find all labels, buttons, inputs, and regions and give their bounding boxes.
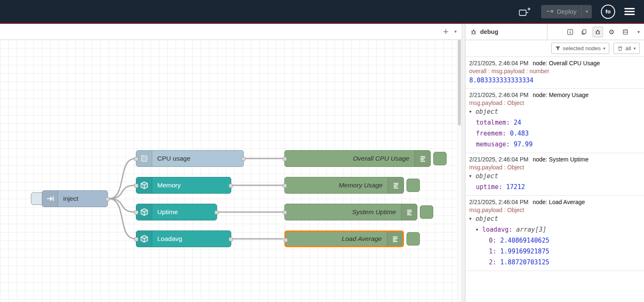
debug-message: 2/21/2025, 2:46:04 PM node: Overall CPU … <box>465 57 644 89</box>
sidebar: debug ⚙ ▾ sele <box>465 24 644 302</box>
input-port[interactable] <box>134 210 138 215</box>
object-entry: uptime:17212 <box>469 182 640 192</box>
node-debug-memory[interactable]: Memory Usage <box>284 177 404 194</box>
ai-assistant-icon[interactable] <box>519 6 532 18</box>
collapse-caret-icon: ▼ <box>469 106 473 117</box>
input-port[interactable] <box>283 210 287 215</box>
input-port[interactable] <box>283 157 287 161</box>
flow-list-caret-icon[interactable]: ▾ <box>454 29 457 34</box>
filter-nodes-label: selected nodes <box>563 45 601 51</box>
node-label: Load Average <box>286 232 387 246</box>
array-entry: 1:1.99169921875 <box>469 246 640 257</box>
workspace: + ▾ inject <box>0 24 644 302</box>
node-inject[interactable]: inject <box>42 190 108 207</box>
output-port[interactable] <box>229 237 233 241</box>
debug-list-icon <box>387 232 403 246</box>
cube-icon <box>136 231 152 247</box>
node-debug-loadavg[interactable]: Load Average <box>284 230 404 247</box>
message-source-node: node: Load Average <box>533 199 585 205</box>
message-source-node: node: Memory Usage <box>533 92 589 98</box>
trash-icon <box>618 46 623 51</box>
debug-enable-toggle[interactable] <box>406 232 420 246</box>
object-expand-toggle[interactable]: ▼ object <box>469 171 640 182</box>
context-database-icon[interactable] <box>620 27 631 37</box>
message-property-path: msg.payload : Object <box>469 207 640 213</box>
output-port[interactable] <box>229 184 233 188</box>
node-cpu-usage[interactable]: CPU usage <box>136 150 244 167</box>
array-expand-toggle[interactable]: ▼ loadavg: array[3] <box>469 224 640 235</box>
debug-toolbar: selected nodes ▾ all ▾ <box>465 40 644 57</box>
node-uptime[interactable]: Uptime <box>136 204 217 220</box>
node-debug-uptime[interactable]: System Uptime <box>284 204 417 220</box>
debug-message: 2/21/2025, 2:46:04 PM node: Load Average… <box>465 196 644 271</box>
user-avatar[interactable]: fo <box>601 5 615 19</box>
funnel-icon <box>555 46 560 51</box>
object-entry: memusage:97.99 <box>469 139 640 150</box>
debug-message-list: 2/21/2025, 2:46:04 PM node: Overall CPU … <box>465 57 644 302</box>
filter-caret-icon: ▾ <box>603 46 605 51</box>
message-number-value: 8.083333333333334 <box>469 75 640 85</box>
message-timestamp: 2/21/2025, 2:46:04 PM <box>469 60 529 67</box>
add-flow-button[interactable]: + <box>443 27 449 36</box>
object-entry: freemem:0.483 <box>469 128 640 139</box>
debug-message: 2/21/2025, 2:46:04 PM node: Memory Usage… <box>465 89 644 153</box>
clear-messages-button[interactable]: all ▾ <box>613 43 640 54</box>
message-source-node: node: Overall CPU Usage <box>533 60 600 67</box>
sidebar-splitter[interactable] <box>462 24 465 302</box>
debug-tab-icon[interactable] <box>593 27 603 37</box>
config-gear-icon[interactable]: ⚙ <box>606 27 617 37</box>
debug-enable-toggle[interactable] <box>433 152 447 165</box>
output-port[interactable] <box>215 210 219 215</box>
sidebar-icon-buttons: ⚙ <box>562 24 633 40</box>
deploy-label: Deploy <box>557 8 577 15</box>
node-label: Loadavg <box>152 231 231 247</box>
input-port[interactable] <box>134 157 138 161</box>
message-property-path: msg.payload : Object <box>469 100 640 106</box>
object-expand-toggle[interactable]: ▼ object <box>469 106 640 117</box>
node-memory[interactable]: Memory <box>136 177 231 194</box>
sidebar-tab-list-caret-icon[interactable]: ▾ <box>633 24 644 40</box>
flow-canvas[interactable]: inject CPU usage Memory <box>0 40 462 302</box>
output-port[interactable] <box>105 197 110 201</box>
canvas-scrollbar[interactable] <box>457 40 462 302</box>
app-header: Deploy ▾ fo <box>0 0 644 23</box>
collapse-caret-icon: ▼ <box>469 213 473 224</box>
bug-icon <box>470 29 477 35</box>
node-debug-overall-cpu[interactable]: Overall CPU Usage <box>284 150 431 167</box>
message-property-path: msg.payload : Object <box>469 164 640 171</box>
sidebar-tabbar: debug ⚙ ▾ <box>465 24 644 40</box>
node-loadavg[interactable]: Loadavg <box>136 230 231 247</box>
message-timestamp: 2/21/2025, 2:46:04 PM <box>469 156 529 163</box>
main-menu-icon[interactable] <box>624 8 635 15</box>
filter-nodes-button[interactable]: selected nodes ▾ <box>551 43 610 54</box>
object-type-label: object <box>475 171 498 182</box>
node-label: Memory <box>152 177 231 193</box>
message-source-node: node: System Uptime <box>533 156 589 163</box>
array-type-label: array[3] <box>516 224 546 235</box>
input-port[interactable] <box>134 184 138 188</box>
output-port[interactable] <box>241 157 245 161</box>
help-docs-icon[interactable] <box>579 27 589 37</box>
object-type-label: object <box>475 106 498 117</box>
cube-icon <box>136 204 152 220</box>
input-port[interactable] <box>284 238 288 242</box>
debug-list-icon <box>414 151 430 166</box>
editor-column: + ▾ inject <box>0 24 462 302</box>
collapse-caret-icon: ▼ <box>476 224 480 235</box>
node-label: Uptime <box>152 204 217 220</box>
scrollbar-thumb[interactable] <box>458 40 461 125</box>
deploy-button[interactable]: Deploy ▾ <box>541 5 592 18</box>
debug-enable-toggle[interactable] <box>420 205 433 219</box>
debug-enable-toggle[interactable] <box>406 179 420 192</box>
message-timestamp: 2/21/2025, 2:46:04 PM <box>469 92 529 98</box>
tab-debug[interactable]: debug <box>465 24 547 40</box>
input-port[interactable] <box>134 237 138 241</box>
node-label: Overall CPU Usage <box>285 151 414 166</box>
input-port[interactable] <box>283 184 287 188</box>
deploy-icon <box>546 8 554 15</box>
object-expand-toggle[interactable]: ▼ object <box>469 213 640 224</box>
debug-message: 2/21/2025, 2:46:04 PM node: System Uptim… <box>465 153 644 196</box>
info-tab-icon[interactable] <box>565 27 575 37</box>
deploy-options-caret-icon[interactable]: ▾ <box>581 5 592 18</box>
tab-debug-label: debug <box>480 28 498 35</box>
